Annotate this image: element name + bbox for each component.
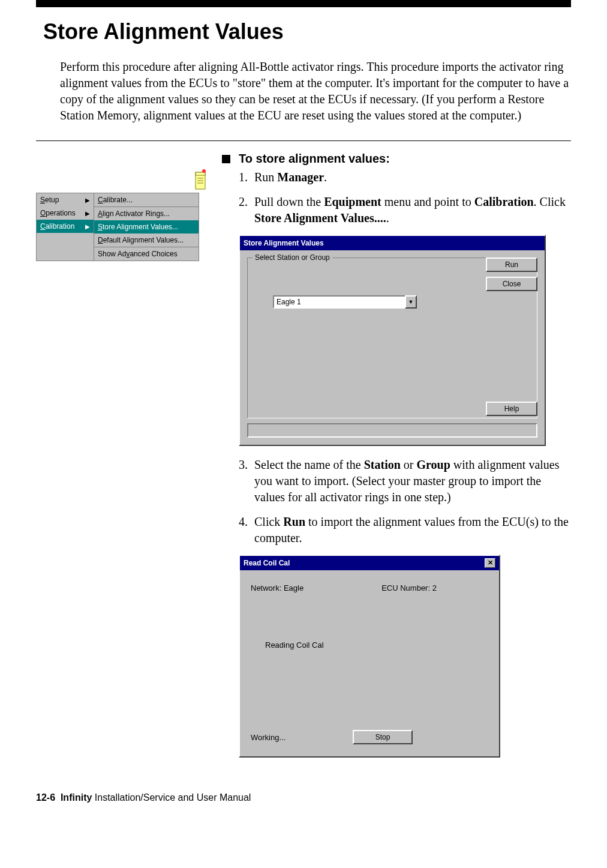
step-1: 1. Run Manager. <box>239 169 571 185</box>
step-text-bold: Equipment <box>324 195 381 208</box>
group-box-label: Select Station or Group <box>253 253 332 262</box>
svg-point-2 <box>202 169 206 173</box>
menu-label: S <box>40 196 45 204</box>
section-bullet-icon <box>222 155 230 163</box>
menu-label-rest: perations <box>46 209 75 217</box>
step-text-bold: Group <box>417 458 450 471</box>
step-number: 4. <box>239 514 254 530</box>
step-text: menu and point to <box>381 195 474 208</box>
menu-label-rest: alibration <box>46 222 75 231</box>
step-text-bold: Manager <box>277 170 324 184</box>
page-footer: 12-6 Infinity Installation/Service and U… <box>36 792 571 803</box>
read-coil-cal-dialog: Read Coil Cal ✕ Network: Eagle ECU Numbe… <box>239 555 500 758</box>
dialog-titlebar: Store Alignment Values <box>240 236 545 250</box>
submenu-arrow-icon: ▶ <box>85 223 90 230</box>
equipment-menu-figure: Setup ▶ Operations ▶ Calibration ▶ Calib… <box>36 193 199 261</box>
intro-paragraph: Perform this procedure after aligning Al… <box>60 59 571 124</box>
submenu-arrow-icon: ▶ <box>85 197 90 203</box>
step-text: Run <box>254 170 277 184</box>
page-title: Store Alignment Values <box>43 19 571 44</box>
submenu-item-align[interactable]: Align Activator Rings... <box>94 206 199 220</box>
help-button[interactable]: Help <box>486 402 537 416</box>
step-text: or <box>401 458 417 471</box>
store-alignment-values-dialog: Store Alignment Values Select Station or… <box>239 235 546 446</box>
footer-page-number: 12-6 <box>36 792 55 803</box>
page-top-bar <box>36 0 571 7</box>
menu-item-operations[interactable]: Operations ▶ <box>37 206 94 220</box>
step-number: 1. <box>239 169 254 185</box>
step-text-bold: Store Alignment Values.... <box>254 211 386 225</box>
chevron-down-icon: ▼ <box>408 299 414 305</box>
step-text-bold: Calibration <box>474 195 534 208</box>
run-button[interactable]: Run <box>486 258 537 272</box>
submenu-item-advanced[interactable]: Show Advanced Choices <box>94 247 199 261</box>
menu-item-calibration[interactable]: Calibration ▶ <box>37 220 94 233</box>
station-group-combo[interactable]: Eagle 1 ▼ <box>273 295 417 309</box>
combo-input[interactable]: Eagle 1 <box>273 295 405 309</box>
submenu-item-store[interactable]: Store Alignment Values... <box>94 220 199 234</box>
step-text-bold: Station <box>364 458 401 471</box>
step-text: Select the name of the <box>254 458 364 471</box>
dialog-title-text: Store Alignment Values <box>244 239 324 247</box>
menu-item-setup[interactable]: Setup ▶ <box>37 193 94 206</box>
reading-status-label: Reading Coil Cal <box>265 640 488 649</box>
footer-title-bold: Infinity <box>61 792 92 803</box>
step-text: Click <box>254 515 283 528</box>
working-status-label: Working... <box>251 733 353 742</box>
step-text: . <box>386 211 389 225</box>
tip-note-icon <box>192 169 209 190</box>
status-bar <box>247 423 537 438</box>
network-label: Network: Eagle <box>251 583 304 592</box>
step-number: 2. <box>239 194 254 210</box>
submenu-item-default[interactable]: Default Alignment Values... <box>94 234 199 247</box>
submenu-item-calibrate[interactable]: Calibrate... <box>94 193 199 206</box>
close-icon[interactable]: ✕ <box>485 558 495 568</box>
menu-label-rest: etup <box>45 196 59 204</box>
menu-label: C <box>40 222 46 231</box>
dialog-titlebar: Read Coil Cal ✕ <box>240 556 499 570</box>
close-button[interactable]: Close <box>486 277 537 291</box>
menu-label: O <box>40 209 46 217</box>
step-number: 3. <box>239 457 254 473</box>
step-text: . <box>324 170 327 184</box>
step-2: 2. Pull down the Equipment menu and poin… <box>239 194 571 226</box>
step-text: Pull down the <box>254 195 324 208</box>
ecu-number-label: ECU Number: 2 <box>381 583 437 592</box>
footer-title-rest: Installation/Service and User Manual <box>92 792 251 803</box>
combo-dropdown-button[interactable]: ▼ <box>405 295 417 309</box>
step-text: . Click <box>534 195 566 208</box>
divider <box>36 140 571 141</box>
step-3: 3. Select the name of the Station or Gro… <box>239 457 571 505</box>
procedure-heading: To store alignment values: <box>239 152 390 166</box>
step-4: 4. Click Run to import the alignment val… <box>239 514 571 546</box>
submenu-arrow-icon: ▶ <box>85 210 90 217</box>
dialog-title-text: Read Coil Cal <box>244 559 290 567</box>
stop-button[interactable]: Stop <box>353 730 413 744</box>
step-text-bold: Run <box>283 515 305 528</box>
